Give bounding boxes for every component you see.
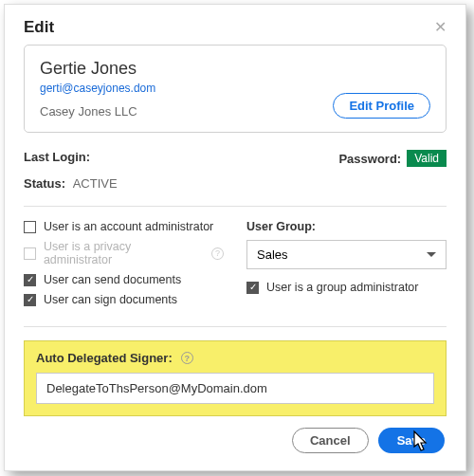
dialog-footer: Cancel Save (24, 416, 447, 453)
dialog-content: Gertie Jones gerti@caseyjones.dom Casey … (5, 45, 465, 470)
checkbox-icon[interactable] (24, 221, 36, 233)
meta-row: Last Login: Password: Valid (24, 150, 447, 167)
perm-label: User is an account administrator (44, 220, 213, 233)
perm-account-admin[interactable]: User is an account administrator (24, 220, 224, 233)
save-button[interactable]: Save (378, 428, 445, 453)
status-value: ACTIVE (73, 176, 118, 191)
user-group-select[interactable]: Sales (246, 240, 447, 269)
user-info: Gertie Jones gerti@caseyjones.dom Casey … (40, 59, 155, 119)
last-login-label: Last Login: (24, 150, 90, 164)
password-label: Password: (338, 152, 401, 166)
auto-delegated-label: Auto Delegated Signer: (36, 351, 173, 365)
password-group: Password: Valid (338, 150, 447, 167)
auto-delegated-input[interactable] (36, 373, 434, 404)
password-badge: Valid (407, 150, 447, 167)
perm-group-admin[interactable]: ✓ User is a group administrator (246, 281, 447, 294)
divider (24, 326, 447, 327)
user-company: Casey Jones LLC (40, 104, 155, 119)
user-group-selected: Sales (257, 247, 288, 262)
close-icon[interactable]: ✕ (434, 20, 447, 35)
dialog-title: Edit (24, 18, 54, 37)
checkbox-icon (24, 247, 36, 260)
perm-label: User is a privacy administrator (44, 240, 201, 266)
perm-label: User can sign documents (44, 293, 177, 306)
user-email[interactable]: gerti@caseyjones.dom (40, 82, 155, 95)
user-group-section: User Group: Sales ✓ User is a group admi… (246, 220, 447, 313)
perm-label: User can send documents (44, 273, 181, 286)
help-icon[interactable]: ? (181, 352, 193, 364)
checkbox-icon[interactable]: ✓ (24, 274, 36, 286)
dialog-header: Edit ✕ (5, 5, 465, 45)
permissions-grid: User is an account administrator User is… (24, 220, 447, 313)
perm-label: User is a group administrator (266, 281, 418, 294)
permissions-left: User is an account administrator User is… (24, 220, 224, 313)
edit-profile-button[interactable]: Edit Profile (333, 93, 430, 119)
checkbox-icon[interactable]: ✓ (246, 282, 259, 294)
cancel-button[interactable]: Cancel (292, 428, 369, 453)
divider (24, 206, 447, 207)
status-label: Status: (24, 176, 65, 191)
auto-delegated-label-row: Auto Delegated Signer: ? (36, 351, 434, 365)
checkbox-icon[interactable]: ✓ (24, 294, 36, 306)
chevron-down-icon (427, 252, 436, 257)
user-name: Gertie Jones (40, 59, 155, 79)
edit-user-dialog: Edit ✕ Gertie Jones gerti@caseyjones.dom… (4, 4, 466, 471)
last-login: Last Login: (24, 150, 90, 167)
user-group-label: User Group: (246, 220, 447, 233)
status-row: Status: ACTIVE (24, 176, 447, 191)
auto-delegated-section: Auto Delegated Signer: ? (24, 340, 447, 416)
perm-privacy-admin: User is a privacy administrator ? (24, 240, 224, 266)
perm-send-docs[interactable]: ✓ User can send documents (24, 273, 224, 286)
user-card: Gertie Jones gerti@caseyjones.dom Casey … (24, 45, 447, 133)
help-icon[interactable]: ? (211, 247, 224, 260)
perm-sign-docs[interactable]: ✓ User can sign documents (24, 293, 224, 306)
